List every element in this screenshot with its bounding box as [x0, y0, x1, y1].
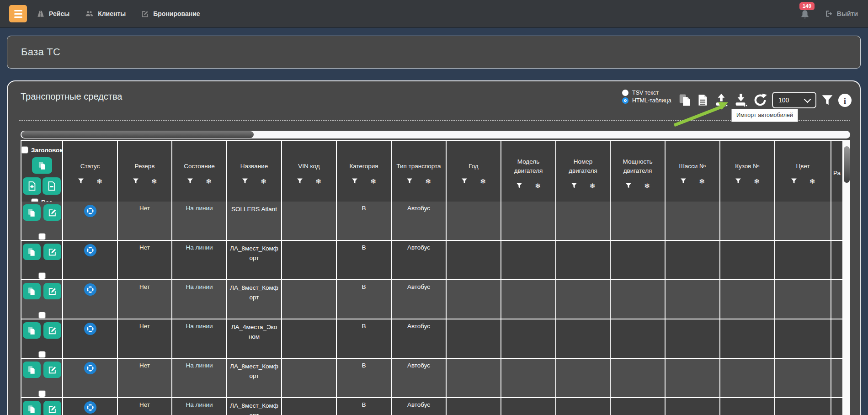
- column-header[interactable]: Название❄: [227, 141, 282, 207]
- column-header[interactable]: Шасси №❄: [666, 141, 720, 207]
- filter-icon[interactable]: [680, 178, 687, 184]
- freeze-icon[interactable]: ❄: [535, 182, 541, 189]
- freeze-icon[interactable]: ❄: [261, 178, 266, 185]
- column-header[interactable]: Номер двигателя❄: [556, 141, 611, 207]
- freeze-icon[interactable]: ❄: [809, 178, 815, 185]
- notifications-button[interactable]: 149: [799, 9, 811, 22]
- column-header[interactable]: Год❄: [447, 141, 501, 207]
- filter-icon[interactable]: [625, 182, 632, 189]
- vertical-scrollbar[interactable]: [843, 140, 850, 415]
- copy-row-button[interactable]: [23, 362, 41, 378]
- info-button[interactable]: i: [838, 94, 852, 107]
- freeze-icon[interactable]: ❄: [480, 178, 486, 185]
- filter-icon[interactable]: [351, 178, 358, 184]
- status-icon[interactable]: [84, 244, 96, 256]
- horizontal-scrollbar-thumb[interactable]: [21, 131, 254, 138]
- edit-row-button[interactable]: [43, 244, 61, 260]
- filter-button[interactable]: [821, 94, 833, 106]
- vertical-scrollbar-thumb[interactable]: [844, 146, 850, 183]
- chassis-no-cell: [666, 359, 720, 398]
- column-header[interactable]: Статус❄: [63, 141, 118, 207]
- filter-icon[interactable]: [78, 178, 84, 184]
- freeze-icon[interactable]: ❄: [644, 182, 650, 189]
- remove-row-button[interactable]: [43, 177, 61, 195]
- filter-icon[interactable]: [516, 182, 522, 189]
- bell-icon: [799, 9, 810, 21]
- edit-row-button[interactable]: [43, 204, 61, 221]
- nav-item-clients[interactable]: Клиенты: [85, 10, 126, 18]
- filter-icon[interactable]: [571, 182, 577, 189]
- copy-row-button[interactable]: [23, 401, 41, 415]
- column-header[interactable]: Мощность двигателя❄: [611, 141, 666, 207]
- row-checkbox[interactable]: [38, 351, 46, 358]
- freeze-icon[interactable]: ❄: [754, 178, 760, 185]
- copy-icon: [27, 326, 36, 335]
- nav-item-trips[interactable]: Рейсы: [37, 10, 69, 18]
- status-icon[interactable]: [84, 283, 96, 296]
- filter-icon[interactable]: [187, 178, 193, 184]
- copy-row-button[interactable]: [23, 204, 41, 221]
- filter-icon[interactable]: [297, 178, 303, 184]
- column-header[interactable]: Состояние❄: [172, 141, 227, 207]
- column-header[interactable]: Цвет❄: [775, 141, 831, 207]
- freeze-icon[interactable]: ❄: [699, 178, 705, 185]
- radio-html-table[interactable]: HTML-таблица: [622, 97, 671, 104]
- copy-icon: [27, 404, 36, 414]
- status-icon[interactable]: [84, 362, 96, 374]
- export-document-button[interactable]: [697, 93, 709, 107]
- column-header[interactable]: Резерв❄: [118, 141, 172, 207]
- filter-icon[interactable]: [461, 178, 468, 184]
- edit-row-button[interactable]: [43, 401, 61, 415]
- name-cell: SOLLERS Atlant: [227, 202, 282, 241]
- edit-row-button[interactable]: [43, 322, 61, 339]
- nav-item-booking[interactable]: Бронирование: [141, 10, 200, 18]
- copy-all-button[interactable]: [32, 157, 52, 174]
- edit-row-button[interactable]: [43, 283, 61, 299]
- copy-row-button[interactable]: [23, 322, 41, 339]
- column-header[interactable]: Категория❄: [337, 141, 392, 207]
- column-header[interactable]: VIN код❄: [282, 141, 337, 207]
- page-size-select[interactable]: 100: [772, 92, 816, 108]
- checkbox-icon: [21, 146, 28, 154]
- status-icon[interactable]: [84, 323, 96, 335]
- freeze-icon[interactable]: ❄: [315, 178, 321, 185]
- filter-icon[interactable]: [133, 178, 139, 184]
- add-row-button[interactable]: [23, 177, 41, 195]
- freeze-icon[interactable]: ❄: [96, 178, 102, 185]
- life-ring-icon: [86, 325, 95, 333]
- freeze-icon[interactable]: ❄: [425, 178, 431, 185]
- radio-tsv-text[interactable]: TSV текст: [622, 90, 671, 96]
- edit-row-button[interactable]: [43, 362, 61, 378]
- row-checkbox[interactable]: [38, 312, 46, 319]
- refresh-button[interactable]: [753, 93, 767, 107]
- horizontal-scrollbar[interactable]: [21, 131, 850, 138]
- freeze-icon[interactable]: ❄: [590, 182, 596, 189]
- state-cell: На линии: [172, 241, 227, 280]
- row-checkbox[interactable]: [38, 272, 46, 279]
- filter-icon[interactable]: [242, 178, 248, 184]
- filter-icon[interactable]: [735, 178, 741, 184]
- copy-row-button[interactable]: [23, 244, 41, 260]
- column-header[interactable]: Модель двигателя❄: [501, 141, 556, 207]
- row-checkbox[interactable]: [38, 233, 46, 240]
- row-checkbox[interactable]: [38, 390, 46, 397]
- menu-button[interactable]: [9, 5, 27, 22]
- freeze-icon[interactable]: ❄: [151, 178, 157, 185]
- select-header-checkbox[interactable]: Заголовок: [21, 146, 63, 154]
- edit-row-icon: [48, 326, 57, 335]
- status-icon[interactable]: [84, 401, 96, 414]
- column-header[interactable]: Тип транспорта❄: [392, 141, 447, 207]
- column-header[interactable]: Кузов №❄: [720, 141, 775, 207]
- logout-button[interactable]: Выйти: [825, 10, 858, 18]
- status-icon[interactable]: [84, 205, 96, 217]
- filter-icon[interactable]: [406, 178, 413, 184]
- import-upload-button[interactable]: [714, 93, 729, 107]
- download-button[interactable]: [734, 93, 748, 107]
- copy-row-button[interactable]: [23, 283, 41, 299]
- body-no-cell: [720, 241, 775, 280]
- chassis-no-cell: [666, 398, 720, 415]
- filter-icon[interactable]: [791, 178, 797, 184]
- copy-table-button[interactable]: [678, 93, 692, 107]
- freeze-icon[interactable]: ❄: [206, 178, 212, 185]
- freeze-icon[interactable]: ❄: [370, 178, 376, 185]
